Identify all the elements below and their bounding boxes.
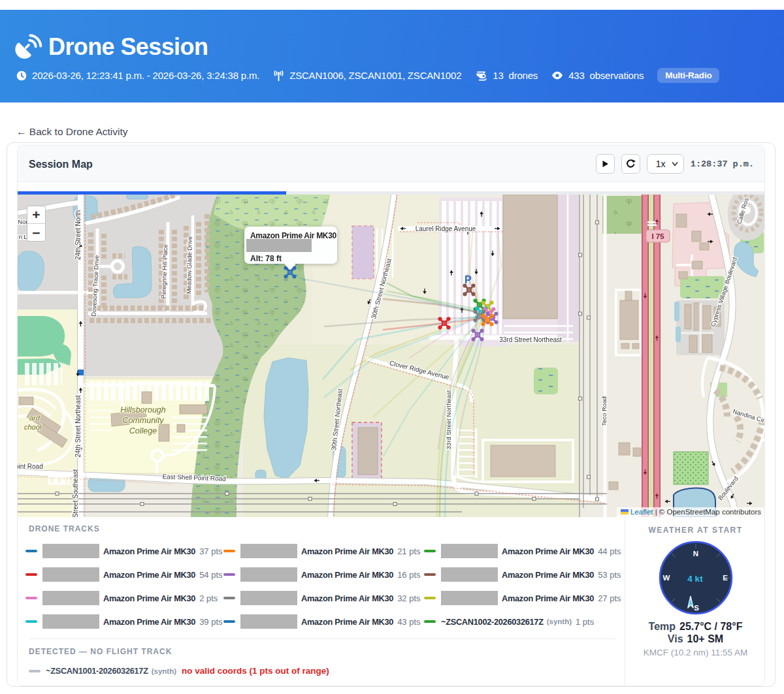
svg-text:Teco Road: Teco Road — [600, 396, 608, 426]
svg-text:S: S — [694, 604, 699, 612]
svg-text:33rd Street Northeast: 33rd Street Northeast — [445, 390, 452, 449]
svg-text:Meadow Glade Drive: Meadow Glade Drive — [185, 236, 193, 294]
svg-text:Hillsborough: Hillsborough — [120, 405, 166, 415]
svg-text:Laurel Ridge Avenue: Laurel Ridge Avenue — [416, 225, 476, 232]
svg-text:Point Road: Point Road — [18, 463, 43, 470]
svg-text:chool: chool — [24, 423, 42, 431]
svg-text:24th Street Northeast: 24th Street Northeast — [74, 395, 82, 457]
svg-text:N: N — [693, 550, 698, 558]
svg-text:Community: Community — [122, 416, 164, 425]
svg-text:24th Street North: 24th Street North — [74, 210, 82, 260]
svg-text:E: E — [723, 574, 728, 582]
svg-text:I 75: I 75 — [651, 232, 664, 240]
svg-text:Street Southeast: Street Southeast — [72, 469, 79, 517]
svg-text:ard: ard — [29, 414, 41, 422]
svg-text:P: P — [465, 274, 472, 285]
svg-text:4 kt: 4 kt — [687, 574, 703, 584]
svg-text:W: W — [663, 574, 670, 582]
svg-text:33rd Street Northeast: 33rd Street Northeast — [499, 336, 562, 343]
svg-text:College: College — [129, 426, 157, 435]
svg-text:n L: n L — [18, 233, 27, 240]
